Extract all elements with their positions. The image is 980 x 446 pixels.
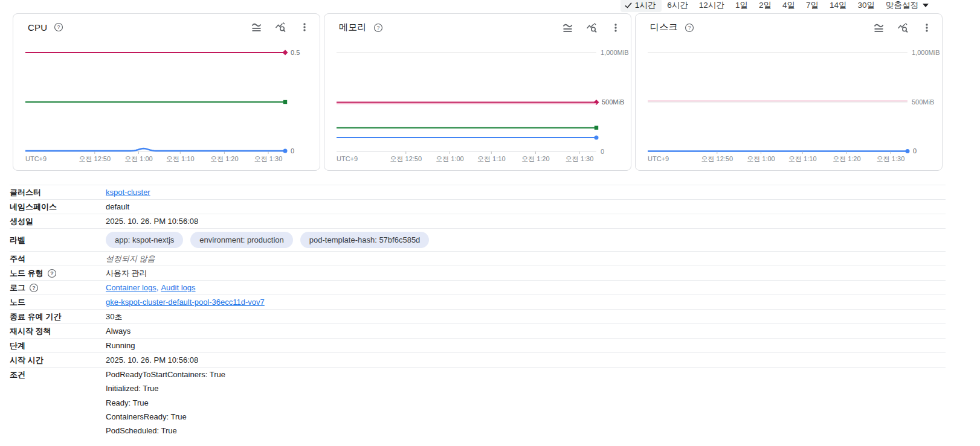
metrics-explorer-button[interactable] [275, 22, 286, 33]
field-label-phase: 단계 [10, 339, 106, 352]
metrics-explorer-icon [897, 22, 909, 33]
time-range-toolbar: 1시간6시간12시간1일2일4일7일14일30일맞춤설정 [621, 0, 934, 13]
time-range-option-3[interactable]: 1일 [730, 0, 753, 12]
used-series-marker [906, 149, 910, 153]
logs-link-0[interactable]: Container logs [106, 282, 156, 293]
more-options-button[interactable] [299, 22, 310, 33]
time-range-option-2[interactable]: 12시간 [694, 0, 730, 12]
field-label-annotations: 주석 [10, 252, 106, 266]
condition-line-2: Ready: True [106, 396, 225, 410]
field-label-text: 종료 유예 기간 [10, 310, 61, 323]
time-range-option-7[interactable]: 14일 [824, 0, 853, 12]
field-value-grace-period: 30초 [106, 311, 946, 322]
condition-line-4: PodScheduled: True [106, 424, 225, 438]
chart-style-button[interactable] [562, 22, 573, 33]
chart-title-memory: 메모리 [339, 22, 367, 33]
chart-style-button[interactable] [873, 22, 885, 33]
gridline-label: 500MiB [912, 98, 934, 106]
svg-text:?: ? [57, 24, 60, 30]
field-label-text: 단계 [10, 339, 25, 352]
requested-series-marker [283, 100, 287, 104]
field-label-text: 노드 유형 [10, 266, 44, 280]
detail-row-restart-policy: 재시작 정책Always [10, 324, 946, 339]
help-icon[interactable]: ? [685, 23, 694, 33]
field-value-text: 2025. 10. 26. PM 10:56:08 [106, 355, 198, 365]
svg-text:?: ? [376, 25, 379, 31]
time-range-custom[interactable]: 맞춤설정 [880, 0, 934, 12]
timezone-label: UTC+9 [337, 155, 358, 162]
field-label-text: 클러스터 [10, 185, 41, 199]
field-value-cluster: kspot-cluster [106, 187, 946, 197]
field-value-text: 설정되지 않음 [106, 253, 155, 264]
time-range-label: 30일 [857, 0, 875, 11]
conditions-list: PodReadyToStartContainers: TrueInitializ… [106, 368, 225, 438]
chart-help-button[interactable]: ? [685, 23, 694, 33]
detail-row-phase: 단계Running [10, 339, 946, 353]
node-link[interactable]: gke-kspot-cluster-default-pool-36ecc11d-… [106, 297, 265, 307]
x-tick-label: 오전 1:20 [521, 155, 549, 162]
help-icon[interactable]: ? [373, 23, 383, 33]
x-tick-label: 오전 1:20 [210, 155, 238, 162]
condition-line-0: PodReadyToStartContainers: True [106, 368, 225, 381]
help-icon[interactable]: ? [54, 22, 63, 32]
timezone-label: UTC+9 [25, 155, 47, 162]
chart-card-memory: 메모리?1,000MiB0500MiB오전 12:50오전 1:00오전 1:1… [324, 13, 631, 171]
x-tick-label: 오전 1:20 [833, 155, 860, 162]
check-icon [624, 1, 633, 10]
logs-link-1[interactable]: Audit logs [161, 282, 195, 293]
chart-style-button[interactable] [251, 22, 262, 33]
more-options-button[interactable] [921, 22, 932, 33]
condition-line-3: ContainersReady: True [106, 410, 225, 424]
time-range-option-0[interactable]: 1시간 [621, 0, 662, 12]
field-label-node-type: 노드 유형? [10, 266, 106, 280]
label-chips: app: kspot-nextjsenvironment: production… [106, 229, 429, 251]
field-value-phase: Running [106, 340, 946, 351]
field-value-logs: Container logs, Audit logs [106, 282, 946, 293]
chart-style-icon [873, 22, 885, 33]
field-value-text: 사용자 관리 [106, 268, 147, 278]
time-range-option-5[interactable]: 4일 [777, 0, 801, 12]
cluster-link[interactable]: kspot-cluster [106, 187, 150, 197]
detail-row-conditions: 조건PodReadyToStartContainers: TrueInitial… [10, 368, 946, 438]
field-label-start-time: 시작 시간 [10, 353, 106, 367]
x-tick-label: 오전 12:50 [390, 155, 422, 162]
label-chip-2: pod-template-hash: 57bf6c585d [300, 232, 430, 248]
field-label-text: 로그 [10, 281, 25, 295]
chart-actions [873, 22, 932, 33]
x-tick-label: 오전 1:10 [788, 155, 816, 162]
chart-card-cpu: CPU?0.50오전 12:50오전 1:00오전 1:10오전 1:20오전 … [13, 13, 320, 171]
field-value-namespace: default [106, 202, 946, 212]
detail-row-grace-period: 종료 유예 기간30초 [10, 310, 946, 324]
time-range-label: 4일 [782, 0, 795, 11]
more-options-button[interactable] [610, 22, 621, 33]
help-icon[interactable]: ? [47, 269, 57, 278]
chart-help-button[interactable]: ? [54, 22, 63, 32]
field-value-text: Always [106, 326, 131, 336]
time-range-option-6[interactable]: 7일 [801, 0, 824, 12]
field-value-text: 30초 [106, 311, 122, 322]
x-tick-label: 오전 1:00 [124, 155, 152, 162]
chart-header: 메모리? [339, 22, 621, 33]
help-icon[interactable]: ? [29, 283, 39, 293]
detail-row-node-type: 노드 유형?사용자 관리 [10, 266, 946, 281]
time-range-label: 1일 [735, 0, 748, 11]
requested-series-marker [595, 126, 598, 129]
caret-down-icon [923, 4, 929, 7]
gridline-label: 1,000MiB [601, 49, 628, 56]
time-range-option-8[interactable]: 30일 [852, 0, 880, 12]
svg-text:?: ? [50, 270, 53, 276]
metrics-explorer-button[interactable] [586, 22, 598, 33]
time-range-option-4[interactable]: 2일 [753, 0, 777, 12]
field-label-text: 재시작 정책 [10, 324, 51, 338]
field-value-conditions: PodReadyToStartContainers: TrueInitializ… [106, 368, 946, 438]
x-tick-label: 오전 1:30 [254, 155, 282, 162]
metrics-explorer-button[interactable] [897, 22, 909, 33]
used-series-label: 0 [291, 147, 294, 155]
x-tick-label: 오전 12:50 [79, 155, 111, 162]
limit-series-marker [282, 49, 288, 55]
detail-row-annotations: 주석설정되지 않음 [10, 252, 946, 266]
time-range-option-1[interactable]: 6시간 [662, 0, 694, 12]
field-value-text: default [106, 202, 129, 212]
field-label-text: 주석 [10, 252, 25, 266]
chart-help-button[interactable]: ? [373, 23, 383, 33]
